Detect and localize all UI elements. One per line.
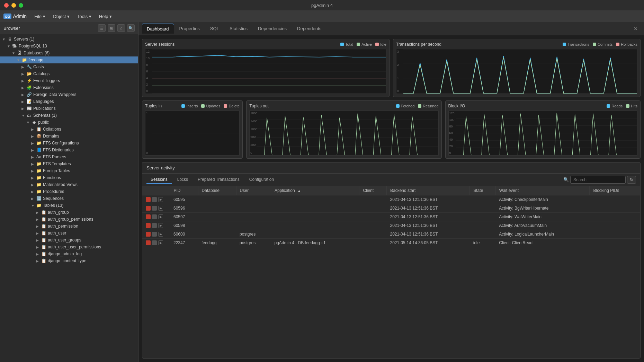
tab-close-button[interactable]: ✕ <box>631 25 641 33</box>
cell-pid: 60598 <box>170 221 198 230</box>
minimize-button[interactable] <box>11 3 16 8</box>
sidebar-item-catalogs[interactable]: ▶📂Catalogs <box>0 70 138 77</box>
terminate-button[interactable] <box>146 232 151 237</box>
sidebar-item-foreign-tables[interactable]: ▶📁Foreign Tables <box>0 167 138 174</box>
sidebar-item-foreign-data-wrappers[interactable]: ▶🔗Foreign Data Wrappers <box>0 91 138 98</box>
cell-state <box>470 230 496 239</box>
menu-object[interactable]: Object ▾ <box>50 12 73 20</box>
sidebar-item-databases[interactable]: ▼🗄Databases (6) <box>0 50 138 56</box>
cell-user <box>236 213 271 221</box>
close-button[interactable] <box>4 3 9 8</box>
tab-properties[interactable]: Properties <box>175 24 205 33</box>
expand-button[interactable]: ▶ <box>158 232 163 237</box>
terminate-button[interactable] <box>146 214 151 219</box>
sidebar-item-fts-parsers[interactable]: ▶AaFTS Parsers <box>0 153 138 160</box>
sidebar-item-fts-dictionaries[interactable]: ▶📘FTS Dictionaries <box>0 147 138 153</box>
cell-blocking_pids <box>590 213 640 221</box>
sidebar-item-auth-group[interactable]: ▶📋auth_group <box>0 209 138 216</box>
cell-application <box>271 195 359 204</box>
sidebar-item-public[interactable]: ▼◆public <box>0 119 138 126</box>
expand-button[interactable]: ▶ <box>158 223 163 228</box>
terminate-button[interactable] <box>146 240 151 245</box>
col-backend-start[interactable]: Backend start <box>386 186 469 195</box>
menu-tools[interactable]: Tools ▾ <box>74 12 95 20</box>
cancel-button[interactable] <box>152 206 157 211</box>
sidebar-item-event-triggers[interactable]: ▶⚡Event Triggers <box>0 77 138 84</box>
maximize-button[interactable] <box>19 3 23 8</box>
sidebar-item-fts-templates[interactable]: ▶📁FTS Templates <box>0 160 138 167</box>
cancel-button[interactable] <box>152 214 157 219</box>
cell-state <box>470 221 496 230</box>
tab-dependencies[interactable]: Dependencies <box>253 24 292 33</box>
sidebar-item-materialized-views[interactable]: ▶📁Materialized Views <box>0 181 138 188</box>
sidebar-item-domains[interactable]: ▶📦Domains <box>0 133 138 140</box>
sidebar-item-extensions[interactable]: ▶🧩Extensions <box>0 84 138 91</box>
terminate-button[interactable] <box>146 197 151 202</box>
arrow-sequences: ▶ <box>31 197 36 201</box>
activity-tab-prepared-transactions[interactable]: Prepared Transactions <box>194 176 244 184</box>
cell-user <box>236 195 271 204</box>
tab-sql[interactable]: SQL <box>205 24 224 33</box>
col-blocking-pids[interactable]: Blocking PIDs <box>590 186 640 195</box>
arrow-auth-permission: ▶ <box>36 224 41 228</box>
expand-button[interactable]: ▶ <box>158 214 163 219</box>
block-io-chart: 120 100 80 60 40 20 0 <box>448 111 637 156</box>
sidebar-item-casts[interactable]: ▶🔧Casts <box>0 63 138 70</box>
cancel-button[interactable] <box>152 240 157 245</box>
sidebar-item-auth-permission[interactable]: ▶📋auth_permission <box>0 223 138 230</box>
sidebar-icon-list[interactable]: ☰ <box>98 24 106 32</box>
col-pid[interactable]: PID <box>170 186 198 195</box>
sidebar-item-auth-user-user-permissions[interactable]: ▶📋auth_user_user_permissions <box>0 244 138 250</box>
sidebar-item-django-content-type[interactable]: ▶📋django_content_type <box>0 257 138 264</box>
activity-tab-sessions[interactable]: Sessions <box>146 176 172 184</box>
refresh-button[interactable]: ↻ <box>627 176 636 184</box>
terminate-button[interactable] <box>146 223 151 228</box>
col-actions[interactable] <box>142 186 170 195</box>
icon-publications: 📰 <box>26 106 32 111</box>
sidebar-item-auth-user-groups[interactable]: ▶📋auth_user_groups <box>0 237 138 244</box>
menu-file[interactable]: File ▾ <box>31 12 49 20</box>
activity-tab-locks[interactable]: Locks <box>173 176 192 184</box>
activity-tab-configuration[interactable]: Configuration <box>245 176 278 184</box>
sidebar-icon-grid[interactable]: ⊞ <box>108 24 115 32</box>
sidebar-icon-filter[interactable]: ⌂ <box>117 24 125 32</box>
sidebar-item-servers[interactable]: ▼🖥Servers (1) <box>0 36 138 43</box>
tab-dependents[interactable]: Dependents <box>292 24 326 33</box>
col-user[interactable]: User <box>236 186 271 195</box>
sidebar-item-postgresql13[interactable]: ▼🐘PostgreSQL 13 <box>0 43 138 50</box>
legend-active: Active <box>357 42 372 46</box>
sidebar-item-schemas[interactable]: ▼🗂Schemas (1) <box>0 112 138 119</box>
sidebar-item-publications[interactable]: ▶📰Publications <box>0 105 138 112</box>
sidebar-item-auth-group-permissions[interactable]: ▶📋auth_group_permissions <box>0 216 138 223</box>
sidebar-item-fts-configurations[interactable]: ▶📁FTS Configurations <box>0 140 138 147</box>
sidebar-item-sequences[interactable]: ▶🔢Sequences <box>0 195 138 202</box>
col-client[interactable]: Client <box>359 186 387 195</box>
tab-dashboard[interactable]: Dashboard <box>142 24 174 34</box>
expand-button[interactable]: ▶ <box>158 197 163 202</box>
activity-title: Server activity <box>142 162 640 174</box>
col-application[interactable]: Application ▲ <box>271 186 359 195</box>
sidebar-item-feedagg[interactable]: ▼📁feedagg <box>0 56 138 63</box>
cell-backend_start: 2021-04-13 12:51:36 BST <box>386 204 469 213</box>
menu-help[interactable]: Help ▾ <box>96 12 115 20</box>
col-wait-event[interactable]: Wait event <box>495 186 590 195</box>
menu-bar: pg Admin File ▾ Object ▾ Tools ▾ Help ▾ <box>0 10 644 22</box>
sidebar-item-tables[interactable]: ▼📁Tables (13) <box>0 202 138 209</box>
cancel-button[interactable] <box>152 232 157 237</box>
sidebar-icon-search[interactable]: 🔍 <box>127 24 135 32</box>
sidebar-item-collations[interactable]: ▶📋Collations <box>0 126 138 133</box>
sidebar-item-django-admin-log[interactable]: ▶📋django_admin_log <box>0 250 138 257</box>
sidebar-item-functions[interactable]: ▶📁Functions <box>0 174 138 181</box>
col-database[interactable]: Database <box>198 186 236 195</box>
expand-button[interactable]: ▶ <box>158 206 163 211</box>
search-input[interactable] <box>570 176 626 184</box>
col-state[interactable]: State <box>470 186 496 195</box>
terminate-button[interactable] <box>146 206 151 211</box>
sidebar-item-procedures[interactable]: ▶📁Procedures <box>0 188 138 195</box>
sidebar-item-languages[interactable]: ▶📝Languages <box>0 98 138 105</box>
cancel-button[interactable] <box>152 223 157 228</box>
tab-statistics[interactable]: Statistics <box>225 24 252 33</box>
sidebar-item-auth-user[interactable]: ▶📋auth_user <box>0 230 138 237</box>
cancel-button[interactable] <box>152 197 157 202</box>
expand-button[interactable]: ▶ <box>158 240 163 245</box>
